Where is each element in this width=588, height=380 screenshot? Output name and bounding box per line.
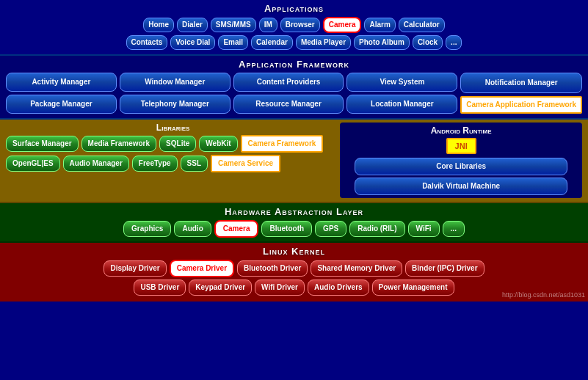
fw-activity-manager[interactable]: Activity Manager [6,73,117,92]
kernel-bluetooth-driver[interactable]: Bluetooth Driver [237,260,308,277]
fw-window-manager[interactable]: Window Manager [120,73,231,92]
kernel-audio-drivers[interactable]: Audio Drivers [308,279,369,296]
camera-framework-badge: Camera Framework [241,135,324,153]
fw-location-manager[interactable]: Location Manager [346,95,457,114]
fw-notification-manager[interactable]: Notification Manager [460,73,582,93]
runtime-dvm[interactable]: Dalvik Virtual Machine [355,178,567,195]
lib-freetype[interactable]: FreeType [132,156,178,172]
framework-title: Application Framework [6,59,582,70]
hal-camera[interactable]: Camera [214,220,259,238]
app-photoalbum[interactable]: Photo Album [354,35,410,50]
runtime-title: Android Runtime [343,125,579,136]
app-calendar[interactable]: Calendar [251,35,293,50]
libs-row2: OpenGL|ES Audio Manager FreeType SSL Cam… [6,155,340,172]
fw-content-providers[interactable]: Content Providers [233,73,344,92]
app-im[interactable]: IM [259,18,277,32]
camera-app-framework-badge: Camera Application Framework [460,96,582,114]
kernel-display-driver[interactable]: Display Driver [104,260,166,277]
framework-layer: Application Framework Activity Manager W… [0,56,588,120]
lib-webkit[interactable]: WebKit [199,136,237,152]
hal-graphics[interactable]: Graphics [123,221,171,237]
app-browser[interactable]: Browser [280,18,320,32]
runtime-core-libs[interactable]: Core Libraries [355,158,567,175]
app-clock[interactable]: Clock [413,35,443,50]
kernel-camera-driver[interactable]: Camera Driver [170,260,234,277]
app-mediaplayer[interactable]: Media Player [296,35,351,50]
hal-gps[interactable]: GPS [315,221,346,237]
kernel-binder-driver[interactable]: Binder (IPC) Driver [405,260,484,277]
app-dialer[interactable]: Dialer [177,18,208,32]
jni-badge: JNI [446,138,476,154]
libs-runtime-layer: Libraries Surface Manager Media Framewor… [0,120,588,203]
kernel-shared-memory-driver[interactable]: Shared Memory Driver [311,260,402,277]
fw-view-system[interactable]: View System [346,73,457,92]
fw-telephony-manager[interactable]: Telephony Manager [120,95,231,114]
camera-service-badge: Camera Service [211,155,280,172]
app-home[interactable]: Home [143,18,174,32]
app-calculator[interactable]: Calculator [399,18,445,32]
apps-row2: Contacts Voice Dial Email Calendar Media… [6,35,582,50]
libraries-section: Libraries Surface Manager Media Framewor… [6,123,340,198]
app-voicedial[interactable]: Voice Dial [170,35,215,50]
fw-resource-manager[interactable]: Resource Manager [233,95,344,114]
kernel-row1: Display Driver Camera Driver Bluetooth D… [6,260,582,277]
app-contacts[interactable]: Contacts [126,35,168,50]
lib-surface-manager[interactable]: Surface Manager [6,136,79,152]
lib-media-framework[interactable]: Media Framework [81,136,156,152]
runtime-section: Android Runtime JNI Core Libraries Dalvi… [340,123,582,198]
hal-items-row: Graphics Audio Camera Bluetooth GPS Radi… [6,220,582,238]
kernel-power-management[interactable]: Power Management [372,279,454,296]
kernel-keypad-driver[interactable]: Keypad Driver [189,279,252,296]
hal-title: Hardware Abstraction Layer [6,206,582,217]
kernel-row2: USB Driver Keypad Driver Wifi Driver Aud… [6,279,582,296]
app-alarm[interactable]: Alarm [364,18,395,32]
app-camera[interactable]: Camera [323,17,362,33]
libraries-title: Libraries [6,123,340,133]
fw-package-manager[interactable]: Package Manager [6,95,117,114]
hal-more[interactable]: ... [443,221,465,237]
apps-row1: Home Dialer SMS/MMS IM Browser Camera Al… [6,17,582,33]
lib-opengl[interactable]: OpenGL|ES [6,156,60,172]
kernel-layer: Linux Kernel Display Driver Camera Drive… [0,243,588,302]
app-smsmms[interactable]: SMS/MMS [211,18,256,32]
kernel-usb-driver[interactable]: USB Driver [134,279,186,296]
lib-sqlite[interactable]: SQLite [159,136,196,152]
kernel-title: Linux Kernel [6,246,582,257]
hal-layer: Hardware Abstraction Layer Graphics Audi… [0,203,588,243]
app-email[interactable]: Email [218,35,248,50]
lib-audio-manager[interactable]: Audio Manager [63,156,129,172]
lib-ssl[interactable]: SSL [181,156,208,172]
applications-title: Applications [6,3,582,14]
hal-wifi[interactable]: WiFi [408,221,440,237]
applications-layer: Applications Home Dialer SMS/MMS IM Brow… [0,0,588,56]
libs-row1: Surface Manager Media Framework SQLite W… [6,135,340,153]
app-more[interactable]: ... [446,35,462,50]
hal-bluetooth[interactable]: Bluetooth [261,221,312,237]
kernel-wifi-driver[interactable]: Wifi Driver [255,279,305,296]
watermark: http://blog.csdn.net/asd1031 [502,291,585,299]
hal-audio[interactable]: Audio [174,221,211,237]
hal-radio[interactable]: Radio (RIL) [349,221,404,237]
